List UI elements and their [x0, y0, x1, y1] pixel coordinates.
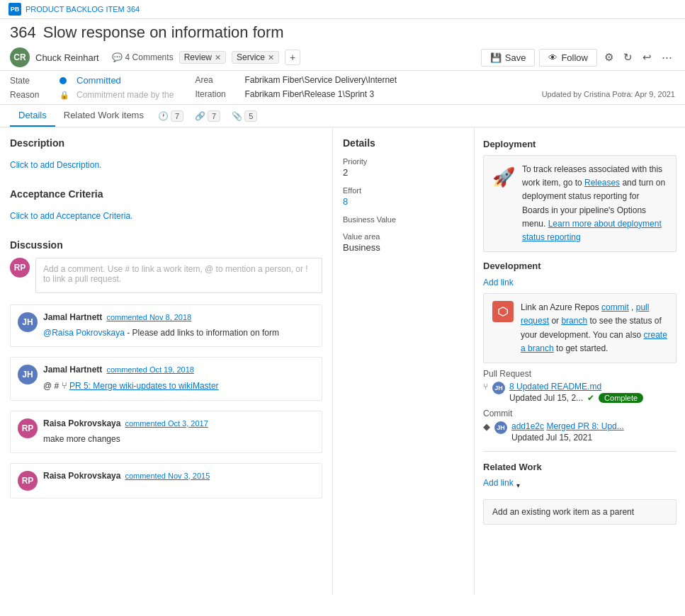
- history-count: 7: [171, 110, 183, 122]
- pr-avatar: JH: [492, 382, 505, 394]
- commit-avatar: JH: [494, 421, 507, 434]
- description-section: Description Click to add Description.: [10, 137, 322, 174]
- chevron-down-icon[interactable]: ▾: [516, 481, 520, 489]
- meta-left: State Committed Reason 🔒 Commitment made…: [10, 75, 174, 100]
- tab-related-work[interactable]: Related Work items: [55, 105, 152, 127]
- business-value-label: Business Value: [343, 215, 464, 224]
- comment-header: Jamal Hartnett commented Nov 8, 2018: [43, 312, 315, 322]
- tab-details[interactable]: Details: [10, 105, 55, 127]
- right-panel: Deployment 🚀 To track releases associate…: [475, 127, 685, 595]
- add-existing-box[interactable]: Add an existing work item as a parent: [483, 499, 676, 525]
- comment-body: Raisa Pokrovskaya commented Nov 3, 2015: [43, 471, 315, 491]
- dev-add-link-button[interactable]: Add link: [483, 278, 514, 287]
- branch-icon: ⑂: [483, 382, 488, 392]
- commenter-name: Jamal Hartnett: [43, 365, 102, 375]
- tab-attachments[interactable]: 📎 5: [226, 108, 263, 125]
- tag-service-label: Service: [237, 52, 265, 62]
- breadcrumb: PRODUCT BACKLOG ITEM 364: [26, 5, 140, 13]
- title-bar: 364 Slow response on information form: [0, 19, 685, 45]
- item-number: 364: [10, 23, 36, 42]
- commit-link-text[interactable]: Merged PR 8: Upd...: [546, 421, 623, 431]
- comment-header: Raisa Pokrovskaya commented Nov 3, 2015: [43, 471, 315, 481]
- comment-header: Jamal Hartnett commented Oct 19, 2018: [43, 365, 315, 375]
- comment-input[interactable]: Add a comment. Use # to link a work item…: [35, 258, 322, 293]
- releases-link[interactable]: Releases: [584, 178, 620, 188]
- deployment-info-box: 🚀 To track releases associated with this…: [483, 155, 676, 252]
- pr-icon: ⑂: [62, 380, 67, 391]
- refresh-button[interactable]: ↻: [621, 48, 635, 67]
- comment-count[interactable]: 💬 4 Comments: [112, 52, 174, 62]
- follow-button[interactable]: 👁 Follow: [539, 49, 597, 67]
- tabs-row: Details Related Work items 🕐 7 🔗 7 📎 5: [0, 105, 685, 127]
- commit-item: ◆ JH add1e2c Merged PR 8: Upd... Updated…: [483, 421, 676, 443]
- dev-suffix: to get started.: [556, 343, 608, 353]
- comment-text: make more changes: [43, 433, 315, 445]
- history-icon: 🕐: [158, 111, 169, 121]
- comment-after-mention: - Please add links to information on for…: [127, 328, 279, 338]
- tag-service-remove[interactable]: ✕: [268, 53, 274, 62]
- effort-value[interactable]: 8: [343, 196, 464, 207]
- related-add-link-row: Add link ▾: [483, 478, 676, 494]
- tab-history[interactable]: 🕐 7: [152, 108, 189, 125]
- avatar: RP: [18, 418, 38, 438]
- comment-time[interactable]: commented Nov 3, 2015: [125, 472, 210, 480]
- undo-button[interactable]: ↩: [640, 48, 655, 67]
- deployment-title: Deployment: [483, 139, 676, 149]
- right-actions: 💾 Save 👁 Follow ⚙ ↻ ↩ ⋯: [481, 48, 675, 67]
- related-work-section: Related Work Add link ▾ Add an existing …: [483, 451, 676, 525]
- mention: @Raisa Pokrovskaya: [43, 328, 125, 338]
- list-item: RP Raisa Pokrovskaya commented Nov 3, 20…: [10, 463, 322, 498]
- complete-icon: ✔: [587, 393, 594, 403]
- more-button[interactable]: ⋯: [659, 48, 675, 67]
- main-content: Description Click to add Description. Ac…: [0, 127, 685, 595]
- state-value[interactable]: Committed: [77, 75, 121, 86]
- comment-prefix: @ #: [43, 381, 62, 391]
- tag-review-remove[interactable]: ✕: [215, 53, 221, 62]
- attachments-count: 5: [244, 110, 257, 122]
- priority-value[interactable]: 2: [343, 167, 464, 178]
- state-dot: [60, 77, 67, 84]
- reason-row: Reason 🔒 Commitment made by the: [10, 90, 174, 100]
- pr-link-text[interactable]: 8 Updated README.md: [509, 382, 601, 392]
- branch-link[interactable]: branch: [561, 316, 587, 326]
- product-icon: PB: [9, 3, 21, 16]
- discussion-section: Discussion RP Add a comment. Use # to li…: [10, 239, 322, 498]
- avatar: JH: [18, 312, 38, 332]
- comment-time[interactable]: commented Nov 8, 2018: [106, 313, 191, 321]
- description-placeholder[interactable]: Click to add Description.: [10, 156, 322, 174]
- pr-link[interactable]: PR 5: Merge wiki-updates to wikiMaster: [69, 381, 219, 391]
- save-label: Save: [505, 52, 526, 63]
- list-item: JH Jamal Hartnett commented Nov 8, 2018 …: [10, 304, 322, 347]
- development-title: Development: [483, 261, 676, 271]
- acceptance-placeholder[interactable]: Click to add Acceptance Criteria.: [10, 207, 322, 225]
- area-value[interactable]: Fabrikam Fiber\Service Delivery\Internet: [244, 75, 397, 85]
- save-button[interactable]: 💾 Save: [481, 49, 536, 67]
- pull-request-section: Pull Request ⑂ JH 8 Updated README.md Up…: [483, 369, 676, 403]
- current-user-avatar: RP: [10, 258, 30, 278]
- effort-label: Effort: [343, 186, 464, 195]
- commit-info: add1e2c Merged PR 8: Upd... Updated Jul …: [511, 421, 624, 443]
- comment-time[interactable]: commented Oct 19, 2018: [106, 365, 194, 374]
- comment-text: @ # ⑂ PR 5: Merge wiki-updates to wikiMa…: [43, 379, 315, 393]
- reason-value[interactable]: Commitment made by the: [77, 90, 174, 100]
- lock-icon: 🔒: [60, 91, 69, 100]
- dev-info-text: Link an Azure Repos commit , pull reques…: [521, 301, 667, 355]
- comment-count-label: 4 Comments: [125, 52, 174, 62]
- commit-link[interactable]: commit: [601, 302, 629, 312]
- area-row: Area Fabrikam Fiber\Service Delivery\Int…: [195, 75, 397, 85]
- value-area-value[interactable]: Business: [343, 242, 464, 253]
- add-tag-button[interactable]: +: [285, 50, 300, 65]
- tab-links[interactable]: 🔗 7: [189, 108, 226, 125]
- discussion-title: Discussion: [10, 239, 322, 251]
- tag-review-label: Review: [184, 52, 212, 62]
- comment-time[interactable]: commented Oct 3, 2017: [125, 419, 208, 428]
- iteration-row: Iteration Fabrikam Fiber\Release 1\Sprin…: [195, 89, 397, 99]
- settings-button[interactable]: ⚙: [601, 48, 616, 67]
- author-name: Chuck Reinhart: [35, 52, 99, 63]
- meta-right: Area Fabrikam Fiber\Service Delivery\Int…: [195, 75, 397, 99]
- comment-icon: 💬: [112, 52, 123, 62]
- iteration-value[interactable]: Fabrikam Fiber\Release 1\Sprint 3: [244, 89, 374, 99]
- related-add-link-button[interactable]: Add link: [483, 478, 514, 488]
- commit-hash[interactable]: add1e2c: [511, 421, 544, 431]
- commenter-name: Raisa Pokrovskaya: [43, 471, 120, 481]
